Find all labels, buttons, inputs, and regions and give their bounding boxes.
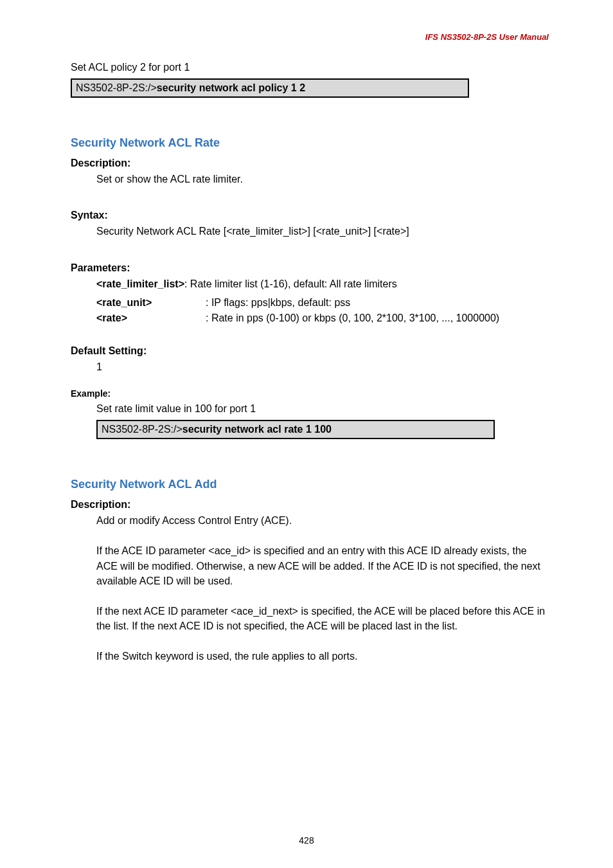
- syntax-label: Syntax:: [71, 210, 549, 221]
- param-key: <rate>: [96, 311, 206, 326]
- code-prompt: NS3502-8P-2S:/>: [102, 424, 182, 435]
- paragraph-2: If the next ACE ID parameter <ace_id_nex…: [71, 604, 549, 633]
- example-text: Set rate limit value in 100 for port 1: [71, 401, 549, 416]
- description-label: Description:: [71, 158, 549, 169]
- default-setting-value: 1: [71, 359, 549, 374]
- code-box-2: NS3502-8P-2S:/>security network acl rate…: [96, 420, 495, 439]
- page-number: 428: [0, 835, 613, 845]
- description-label: Description:: [71, 499, 549, 511]
- page-header: IFS NS3502-8P-2S User Manual: [71, 32, 549, 42]
- param-row-3: <rate> : Rate in pps (0-100) or kbps (0,…: [96, 311, 549, 326]
- description-text: Set or show the ACL rate limiter.: [71, 172, 549, 186]
- example-label: Example:: [71, 388, 549, 399]
- param-row-2: <rate_unit> : IP flags: pps|kbps, defaul…: [96, 295, 549, 311]
- default-setting-label: Default Setting:: [71, 345, 549, 357]
- param-key: <rate_unit>: [96, 295, 206, 311]
- param-val: : Rate limiter list (1-16), default: All…: [184, 278, 397, 289]
- paragraph-3: If the Switch keyword is used, the rule …: [71, 649, 549, 664]
- section-title-acl-add: Security Network ACL Add: [71, 478, 549, 491]
- intro-line: Set ACL policy 2 for port 1: [71, 60, 549, 75]
- param-val: : IP flags: pps|kbps, default: pss: [206, 295, 350, 311]
- param-key: <rate_limiter_list>: [96, 278, 184, 289]
- code-command: security network acl policy 1 2: [157, 82, 305, 93]
- code-prompt: NS3502-8P-2S:/>: [76, 82, 157, 93]
- section-title-acl-rate: Security Network ACL Rate: [71, 136, 549, 150]
- param-row-1: <rate_limiter_list>: Rate limiter list (…: [96, 276, 549, 291]
- code-command: security network acl rate 1 100: [182, 424, 332, 435]
- code-box-1: NS3502-8P-2S:/>security network acl poli…: [71, 78, 469, 98]
- paragraph-1: If the ACE ID parameter <ace_id> is spec…: [71, 543, 549, 588]
- parameters-label: Parameters:: [71, 262, 549, 274]
- param-val: : Rate in pps (0-100) or kbps (0, 100, 2…: [206, 311, 499, 326]
- syntax-text: Security Network ACL Rate [<rate_limiter…: [71, 224, 549, 239]
- description-text: Add or modify Access Control Entry (ACE)…: [71, 513, 549, 528]
